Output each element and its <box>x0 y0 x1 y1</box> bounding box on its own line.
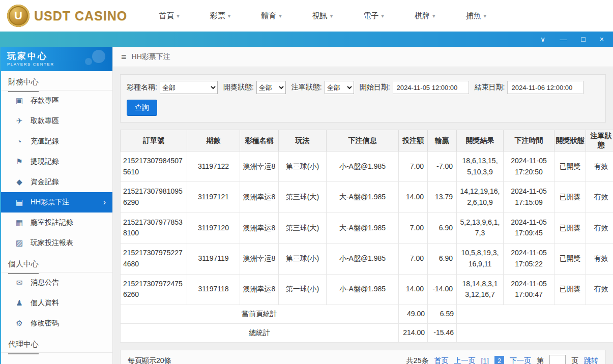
draw-result-cell: 14,12,19,16,2,6,10,9 <box>457 182 504 213</box>
page-summary-empty <box>457 305 613 323</box>
nav-item-sports[interactable]: 體育 ▾ <box>261 11 282 21</box>
bet-amount-cell: 7.00 <box>399 213 428 243</box>
window-title-bar: ∨ — □ × <box>0 32 613 47</box>
draw-status-cell: 已開獎 <box>554 182 586 213</box>
next-page-link[interactable]: 下一页 <box>510 356 531 364</box>
sidebar-item-label: HH彩票下注 <box>31 198 69 207</box>
play-cell: 第三球(小) <box>279 151 327 182</box>
period-cell: 31197119 <box>187 244 240 274</box>
nav-item-video[interactable]: 視訊 ▾ <box>312 11 333 21</box>
chevron-right-icon: › <box>103 198 106 207</box>
main-menu: 首頁 ▾ 彩票 ▾ 體育 ▾ 視訊 ▾ 電子 ▾ 棋牌 ▾ 捕魚 ▾ <box>159 11 486 21</box>
table-row: 2152173079778538100 31197120 澳洲幸运8 第三球(大… <box>121 213 613 243</box>
table-row: 2152173079845075610 31197122 澳洲幸运8 第三球(小… <box>121 151 613 182</box>
lottery-cell: 澳洲幸运8 <box>240 244 279 274</box>
end-date-input[interactable] <box>507 81 583 94</box>
hamburger-icon[interactable]: ≡ <box>121 52 127 62</box>
play-cell: 第三球(大) <box>279 213 327 243</box>
sidebar-item-recharge-record[interactable]: ◔ 充值記錄 <box>1 131 112 151</box>
total-summary-bet: 214.00 <box>399 323 428 342</box>
bet-status-select[interactable]: 全部 <box>325 81 354 94</box>
section-personal-center[interactable]: 個人中心 <box>1 253 112 272</box>
order-cell: 2152173079810956290 <box>121 182 187 213</box>
first-page-link[interactable]: 首页 <box>434 356 448 364</box>
draw-result-cell: 18,6,13,15,5,10,3,9 <box>457 151 504 182</box>
page-summary-label: 當前頁統計 <box>121 305 399 323</box>
section-agent-center[interactable]: 代理中心 <box>1 333 112 353</box>
nav-item-cards[interactable]: 棋牌 ▾ <box>415 11 435 21</box>
chevron-down-icon: ▾ <box>483 13 486 19</box>
nav-item-home[interactable]: 首頁 ▾ <box>159 11 180 21</box>
draw-status-select[interactable]: 全部 <box>256 81 286 94</box>
sidebar-item-player-bet-report[interactable]: ▨ 玩家投注報表 <box>1 233 112 253</box>
lottery-cell: 澳洲幸运8 <box>240 274 279 305</box>
nav-item-fishing[interactable]: 捕魚 ▾ <box>465 11 486 21</box>
bet-time-cell: 2024-11-05 17:00:47 <box>504 274 554 305</box>
nav-item-lottery[interactable]: 彩票 ▾ <box>210 11 231 21</box>
sidebar-item-withdrawal-record[interactable]: ⚑ 提現記錄 <box>1 151 112 172</box>
minimize-icon[interactable]: — <box>560 36 567 43</box>
prev-page-link[interactable]: 上一页 <box>454 356 475 364</box>
top-navigation: U USDT CASINO 首頁 ▾ 彩票 ▾ 體育 ▾ 視訊 ▾ 電子 ▾ 棋… <box>0 0 613 32</box>
sidebar-item-funds-record[interactable]: ◆ 資金記錄 <box>1 172 112 192</box>
sidebar-item-deposit-area[interactable]: ▣ 存款專區 <box>1 90 112 111</box>
order-cell: 2152173079845075610 <box>121 151 187 182</box>
nav-label: 棋牌 <box>415 11 430 21</box>
page-2-link[interactable]: 2 <box>494 356 504 364</box>
pagination-bar: 每頁顯示20條 共25条 首页 上一页 [1] 2 下一页 第 页 跳转 <box>120 350 606 364</box>
jump-page-input[interactable] <box>549 355 566 364</box>
total-summary-winloss: -15.46 <box>428 323 457 342</box>
sidebar-item-room-bet-record[interactable]: ▦ 廳室投註記錄 <box>1 213 112 233</box>
funds-icon: ◆ <box>15 177 24 187</box>
breadcrumb: ≡ HH彩票下注 <box>113 47 613 67</box>
nav-label: 彩票 <box>210 11 225 21</box>
maximize-icon[interactable]: □ <box>581 36 585 43</box>
period-cell: 31197118 <box>187 274 240 305</box>
total-count-label: 共25条 <box>406 356 429 364</box>
section-finance-center[interactable]: 財務中心 <box>1 71 112 90</box>
section-label: 財務中心 <box>8 77 39 92</box>
collapse-icon[interactable]: ∨ <box>540 36 545 43</box>
winloss-cell: 6.90 <box>428 244 457 274</box>
sidebar-item-label: 廳室投註記錄 <box>31 218 73 227</box>
recharge-icon: ◔ <box>15 137 24 146</box>
bet-info-cell: 小-A盤@1.985 <box>327 274 399 305</box>
total-summary-row: 總統計 214.00 -15.46 <box>121 323 613 342</box>
report-icon: ▨ <box>15 238 24 248</box>
order-cell: 2152173079724756260 <box>121 274 187 305</box>
flag-icon: ⚑ <box>15 157 24 166</box>
lottery-name-select[interactable]: 全部 <box>160 81 218 94</box>
players-center-title: 玩家中心 <box>7 50 106 62</box>
close-icon[interactable]: × <box>600 36 604 43</box>
site-logo[interactable]: U USDT CASINO <box>0 5 127 27</box>
sidebar-item-label: 提現記錄 <box>31 157 59 166</box>
main-panel: ≡ HH彩票下注 彩種名稱: 全部 開獎狀態: 全部 <box>113 47 613 364</box>
lottery-cell: 澳洲幸运8 <box>240 151 279 182</box>
lottery-cell: 澳洲幸运8 <box>240 213 279 243</box>
draw-status-cell: 已開獎 <box>554 244 586 274</box>
bet-status-cell: 有效 <box>586 244 613 274</box>
section-label: 個人中心 <box>8 259 39 274</box>
draw-status-label: 開獎狀態: <box>223 83 254 92</box>
sidebar-item-withdraw-area[interactable]: ✈ 取款專區 <box>1 111 112 131</box>
bet-amount-cell: 14.00 <box>399 274 428 305</box>
order-cell: 2152173079752274680 <box>121 244 187 274</box>
search-button[interactable]: 查詢 <box>127 100 157 116</box>
bet-time-cell: 2024-11-05 17:09:45 <box>504 213 554 243</box>
bet-status-label: 注單狀態: <box>291 83 322 92</box>
current-page-indicator: [1] <box>481 357 489 364</box>
players-center-header: 玩家中心 PLAYERS CENTER <box>1 47 112 71</box>
sidebar-item-profile[interactable]: ♟ 個人資料 <box>1 293 112 313</box>
jump-go-link[interactable]: 跳转 <box>584 356 598 364</box>
start-date-input[interactable] <box>393 81 469 94</box>
sidebar-item-announcements[interactable]: ✉ 消息公告 <box>1 272 112 293</box>
nav-label: 電子 <box>363 11 378 21</box>
sidebar-item-hh-lottery-bets[interactable]: ▤ HH彩票下注 › <box>1 192 112 213</box>
bet-status-cell: 有效 <box>586 182 613 213</box>
per-page-label: 每頁顯示20條 <box>128 356 171 364</box>
end-date-label: 結束日期: <box>475 83 505 92</box>
bet-info-cell: 小-A盤@1.985 <box>327 244 399 274</box>
sidebar: 玩家中心 PLAYERS CENTER 財務中心 ▣ 存款專區 ✈ 取款專區 ◔… <box>1 47 113 364</box>
nav-item-slots[interactable]: 電子 ▾ <box>363 11 384 21</box>
sidebar-item-change-password[interactable]: ⚙ 修改密碼 <box>1 313 112 333</box>
